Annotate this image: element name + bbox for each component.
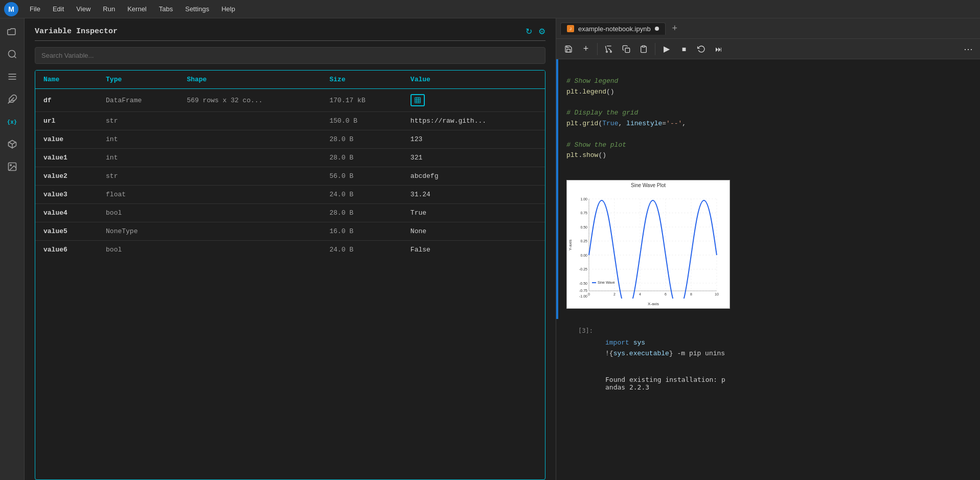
row-value[interactable] <box>402 89 545 112</box>
row-shape: 569 rows x 32 co... <box>178 89 321 112</box>
row-type: int <box>98 130 178 149</box>
row-size: 24.0 B <box>322 241 402 259</box>
svg-rect-21 <box>642 45 645 47</box>
row-size: 24.0 B <box>322 186 402 204</box>
svg-rect-53 <box>592 282 596 283</box>
row-shape <box>178 204 321 222</box>
menu-settings[interactable]: Settings <box>180 3 214 15</box>
dataframe-view-icon[interactable] <box>411 94 425 106</box>
sidebar-icon-image[interactable] <box>3 157 21 176</box>
sidebar-icon-cube[interactable] <box>3 135 21 153</box>
vi-refresh-icon[interactable]: ↻ <box>526 27 532 36</box>
toolbar-add-button[interactable]: + <box>578 41 594 57</box>
menu-run[interactable]: Run <box>98 3 120 15</box>
svg-point-0 <box>8 51 15 57</box>
tab-filename: example-notebook.ipynb <box>578 25 651 33</box>
toolbar-fastforward-button[interactable]: ⏭ <box>711 41 727 57</box>
toolbar-paste-button[interactable] <box>635 41 652 57</box>
toolbar-copy-button[interactable] <box>618 41 634 57</box>
plot-yaxis-label: Y-axis <box>567 189 574 301</box>
row-shape <box>178 222 321 241</box>
sidebar-icon-list[interactable] <box>3 67 21 86</box>
sidebar-icon-search[interactable] <box>3 45 21 63</box>
row-type: bool <box>98 204 178 222</box>
sidebar: {x} <box>0 18 25 480</box>
svg-text:2: 2 <box>613 292 616 296</box>
svg-text:0.25: 0.25 <box>580 239 587 243</box>
code-legend: plt <box>566 88 578 96</box>
menu-file[interactable]: File <box>25 3 45 15</box>
menu-tabs[interactable]: Tabs <box>154 3 178 15</box>
toolbar-cut-button[interactable] <box>601 41 617 57</box>
row-type: int <box>98 149 178 167</box>
comment-display-grid: # Display the grid <box>566 109 638 117</box>
row-type: NoneType <box>98 222 178 241</box>
svg-text:Sine Wave: Sine Wave <box>598 281 615 284</box>
row-size: 28.0 B <box>322 130 402 149</box>
vi-divider <box>35 40 545 41</box>
svg-line-1 <box>14 56 16 58</box>
menu-bar: M File Edit View Run Kernel Tabs Setting… <box>0 0 980 18</box>
svg-text:10: 10 <box>715 292 719 296</box>
row-shape <box>178 149 321 167</box>
toolbar-restart-button[interactable] <box>693 41 710 57</box>
vi-header-icons: ↻ ⚙ <box>526 27 545 36</box>
svg-text:-0.25: -0.25 <box>579 267 587 271</box>
toolbar-stop-button[interactable]: ■ <box>676 41 692 57</box>
row-type: str <box>98 167 178 186</box>
table-row: urlstr150.0 Bhttps://raw.gith... <box>35 112 545 130</box>
row-value: None <box>402 222 545 241</box>
table-row: value6bool24.0 BFalse <box>35 241 545 259</box>
row-shape <box>178 241 321 259</box>
row-size: 56.0 B <box>322 167 402 186</box>
sidebar-icon-puzzle[interactable] <box>3 90 21 108</box>
cell-code-content[interactable]: # Show legend plt.legend() # Display the… <box>558 59 980 176</box>
row-size: 16.0 B <box>322 222 402 241</box>
table-row: value1int28.0 B321 <box>35 149 545 167</box>
toolbar-run-button[interactable]: ▶ <box>658 41 675 57</box>
toolbar-divider-1 <box>597 43 598 55</box>
notebook-tab-main[interactable]: J example-notebook.ipynb <box>560 22 666 35</box>
tab-add-button[interactable]: + <box>668 21 682 36</box>
plot-xaxis-label: X-axis <box>577 301 730 308</box>
col-header-size: Size <box>322 71 402 89</box>
menu-kernel[interactable]: Kernel <box>122 3 152 15</box>
toolbar-more-button[interactable]: ⋯ <box>961 43 976 55</box>
svg-text:6: 6 <box>665 292 667 296</box>
cell-3-output: Found existing installation: p andas 2.2… <box>597 374 980 395</box>
sidebar-icon-folder[interactable] <box>3 22 21 41</box>
table-row: value5NoneType16.0 BNone <box>35 222 545 241</box>
row-value: 123 <box>402 130 545 149</box>
row-shape <box>178 112 321 130</box>
code-grid-fn: grid <box>582 120 598 127</box>
toolbar-save-button[interactable] <box>560 41 577 57</box>
row-size: 170.17 kB <box>322 89 402 112</box>
svg-text:0.00: 0.00 <box>580 254 587 257</box>
sidebar-icon-variable[interactable]: {x} <box>3 112 21 131</box>
code-cell-3: [3]: import sys !{sys.executable} -m pip… <box>556 323 980 395</box>
row-type: str <box>98 112 178 130</box>
row-name: url <box>35 112 98 130</box>
cell-3-content: import sys !{sys.executable} -m pip unin… <box>597 323 980 395</box>
menu-edit[interactable]: Edit <box>48 3 69 15</box>
app-logo: M <box>4 2 18 16</box>
code-cell-main: # Show legend plt.legend() # Display the… <box>556 59 980 319</box>
svg-text:-1.00: -1.00 <box>579 294 587 298</box>
vi-settings-icon[interactable]: ⚙ <box>538 27 545 36</box>
table-row: value2str56.0 Babcdefg <box>35 167 545 186</box>
vi-header: Variable Inspector ↻ ⚙ <box>25 18 556 40</box>
menu-view[interactable]: View <box>71 3 96 15</box>
row-name: df <box>35 89 98 112</box>
row-size: 28.0 B <box>322 204 402 222</box>
variable-inspector-panel: Variable Inspector ↻ ⚙ Name Type Shape S… <box>25 18 556 480</box>
plot-output: Sine Wave Plot Y-axis .tick-text { font-… <box>558 176 980 319</box>
cell-3-code[interactable]: import sys !{sys.executable} -m pip unin… <box>597 323 980 374</box>
vi-search-input[interactable] <box>35 47 545 64</box>
menu-help[interactable]: Help <box>216 3 240 15</box>
svg-text:-0.50: -0.50 <box>579 282 587 285</box>
svg-text:4: 4 <box>639 292 641 296</box>
toolbar-divider-2 <box>655 43 655 55</box>
row-name: value3 <box>35 186 98 204</box>
table-row: value4bool28.0 BTrue <box>35 204 545 222</box>
table-row: dfDataFrame569 rows x 32 co...170.17 kB <box>35 89 545 112</box>
